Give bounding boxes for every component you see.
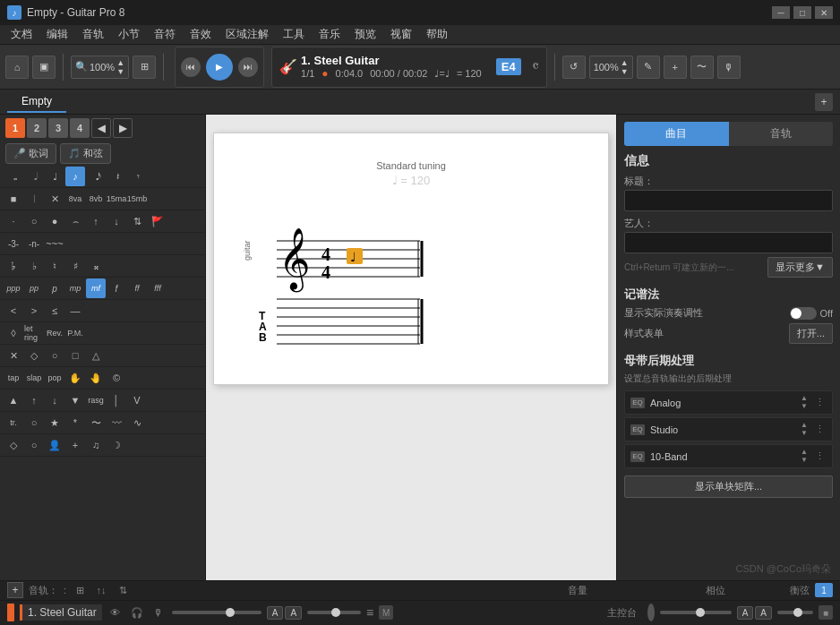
- menu-item-file[interactable]: 文档: [4, 25, 39, 44]
- palette-harmonic[interactable]: ◊: [4, 323, 23, 343]
- grid-button[interactable]: ⊞: [133, 56, 156, 79]
- track-mic-button[interactable]: 🎙: [150, 604, 167, 621]
- palette-decresc[interactable]: >: [24, 301, 44, 321]
- track-arrow-right[interactable]: ▶: [113, 118, 133, 138]
- palette-ff[interactable]: ff: [127, 278, 147, 298]
- palette-15mb[interactable]: 15mb: [127, 189, 147, 209]
- palette-dn-arr[interactable]: ▼: [65, 390, 85, 410]
- palette-x[interactable]: ✕: [45, 189, 64, 209]
- palette-8vb[interactable]: 8vb: [86, 189, 106, 209]
- open-style-button[interactable]: 打开...: [789, 323, 833, 344]
- palette-sharp[interactable]: ♯: [65, 256, 85, 276]
- menu-item-preview[interactable]: 预览: [347, 25, 383, 44]
- track-arrow-left[interactable]: ◀: [91, 118, 111, 138]
- effect-menu-studio[interactable]: ⋮: [813, 424, 827, 435]
- palette-tie[interactable]: ⌢: [65, 211, 85, 231]
- palette-tap[interactable]: tap: [4, 368, 23, 388]
- palette-accent[interactable]: ≤: [45, 301, 64, 321]
- palette-15ma[interactable]: 15ma: [107, 189, 126, 209]
- palette-pm[interactable]: P.M.: [65, 323, 85, 343]
- palette-flag[interactable]: 🚩: [148, 211, 167, 231]
- track-headphone-button[interactable]: 🎧: [129, 604, 145, 621]
- palette-triplet[interactable]: -3-: [4, 234, 23, 253]
- palette-let-ring[interactable]: let ring: [24, 323, 44, 343]
- palette-pp[interactable]: pp: [24, 278, 44, 298]
- palette-up[interactable]: ↑: [86, 211, 106, 231]
- undo-button[interactable]: ↺: [562, 56, 586, 79]
- palette-cross[interactable]: ✕: [4, 346, 23, 365]
- palette-flat-lft[interactable]: 𝄬: [4, 256, 23, 276]
- display-pitch-toggle[interactable]: [790, 307, 817, 320]
- menu-item-tools[interactable]: 工具: [276, 25, 312, 44]
- track-pan-slider[interactable]: [307, 604, 361, 621]
- palette-sixteenth[interactable]: 𝅘𝅥𝅯: [86, 167, 106, 186]
- playback-arrow[interactable]: ▲▼: [621, 58, 629, 76]
- palette-tenuto[interactable]: —: [65, 301, 85, 321]
- palette-diamond[interactable]: ◇: [24, 346, 44, 365]
- track-volume-slider[interactable]: [172, 604, 261, 621]
- effect-menu-10band[interactable]: ⋮: [813, 450, 827, 462]
- track-num-3[interactable]: 3: [48, 118, 68, 138]
- home-button[interactable]: ⌂: [5, 56, 29, 79]
- palette-flat[interactable]: ♭: [24, 256, 44, 276]
- menu-item-help[interactable]: 帮助: [419, 25, 455, 44]
- palette-quarter[interactable]: ♩: [45, 167, 64, 186]
- palette-trill[interactable]: ~~~: [45, 234, 64, 253]
- tab-song[interactable]: 曲目: [624, 122, 729, 146]
- next-button[interactable]: ⏭: [238, 57, 258, 77]
- palette-circ[interactable]: ○: [24, 413, 44, 432]
- palette-note-open[interactable]: ○: [24, 211, 44, 231]
- bottom-icon-3[interactable]: ⇅: [115, 582, 131, 598]
- bottom-icon-2[interactable]: ↑↓: [93, 582, 109, 598]
- chords-button[interactable]: 🎵 和弦: [60, 143, 111, 164]
- vol-btn-a2[interactable]: A: [285, 606, 302, 620]
- menu-item-effect[interactable]: 音效: [183, 25, 219, 44]
- effect-up-studio[interactable]: ▲: [801, 422, 808, 429]
- prev-button[interactable]: ⏮: [181, 57, 201, 77]
- tab-track[interactable]: 音轨: [729, 122, 834, 146]
- palette-barline[interactable]: 𝄀: [24, 189, 44, 209]
- palette-ast[interactable]: *: [65, 413, 85, 432]
- palette-arr-dn[interactable]: ↓: [45, 390, 64, 410]
- palette-down[interactable]: ↓: [107, 211, 126, 231]
- palette-rev[interactable]: Rev.: [45, 323, 64, 343]
- effect-down-analog[interactable]: ▼: [801, 403, 808, 410]
- master-volume-slider[interactable]: [660, 604, 732, 621]
- palette-flip[interactable]: ⇅: [127, 211, 147, 231]
- palette-diam[interactable]: ◇: [4, 435, 23, 455]
- palette-eighth[interactable]: ♪: [65, 167, 85, 186]
- vol-btn-a1[interactable]: A: [267, 606, 284, 620]
- palette-plus[interactable]: +: [65, 435, 85, 455]
- artist-input[interactable]: [624, 232, 833, 253]
- effect-up-10band[interactable]: ▲: [801, 449, 808, 456]
- palette-half[interactable]: 𝅗𝅥: [24, 167, 44, 186]
- tab-add-button[interactable]: +: [815, 93, 833, 111]
- palette-8va[interactable]: 8va: [65, 189, 85, 209]
- palette-cresc[interactable]: <: [4, 301, 23, 321]
- palette-wave2[interactable]: 〰: [107, 413, 126, 432]
- wave-button[interactable]: 〜: [690, 56, 714, 79]
- menu-item-view[interactable]: 视窗: [383, 25, 419, 44]
- play-button[interactable]: ▶: [206, 54, 233, 81]
- brush-button[interactable]: ✎: [637, 56, 660, 79]
- palette-wave3[interactable]: ∿: [127, 413, 147, 432]
- palette-square[interactable]: ■: [4, 189, 23, 209]
- effect-down-studio[interactable]: ▼: [801, 430, 808, 437]
- menu-item-edit[interactable]: 编辑: [39, 25, 75, 44]
- palette-rest-e[interactable]: 𝄾: [127, 167, 147, 186]
- mute-button[interactable]: M: [379, 605, 393, 620]
- add-track-button[interactable]: +: [7, 582, 23, 598]
- master-knob[interactable]: [647, 604, 655, 621]
- palette-rest-q[interactable]: 𝄽: [107, 167, 126, 186]
- palette-f[interactable]: f: [107, 278, 126, 298]
- palette-slap[interactable]: slap: [24, 368, 44, 388]
- show-blocks-button[interactable]: 显示单块矩阵...: [624, 475, 833, 498]
- palette-copy[interactable]: ©: [107, 368, 126, 388]
- palette-note-beam[interactable]: ♫: [86, 435, 106, 455]
- palette-person[interactable]: 👤: [45, 435, 64, 455]
- palette-star[interactable]: ★: [45, 413, 64, 432]
- effect-arrows-10band[interactable]: ▲ ▼: [801, 449, 808, 464]
- menu-item-music[interactable]: 音乐: [312, 25, 347, 44]
- effect-up-analog[interactable]: ▲: [801, 395, 808, 402]
- add-note-button[interactable]: +: [664, 56, 687, 79]
